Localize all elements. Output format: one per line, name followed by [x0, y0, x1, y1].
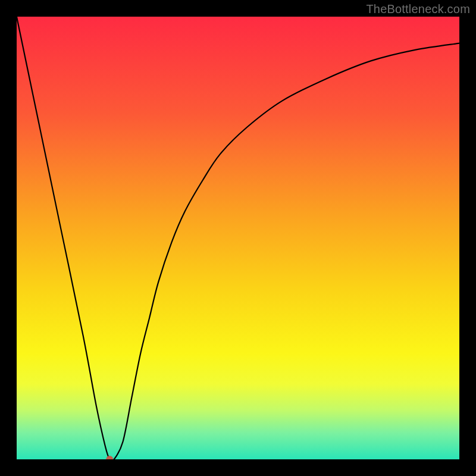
- chart-background: [17, 17, 459, 459]
- chart-plot: [17, 17, 459, 459]
- chart-frame: TheBottleneck.com: [0, 0, 476, 476]
- chart-svg: [17, 17, 459, 459]
- watermark-text: TheBottleneck.com: [366, 2, 470, 16]
